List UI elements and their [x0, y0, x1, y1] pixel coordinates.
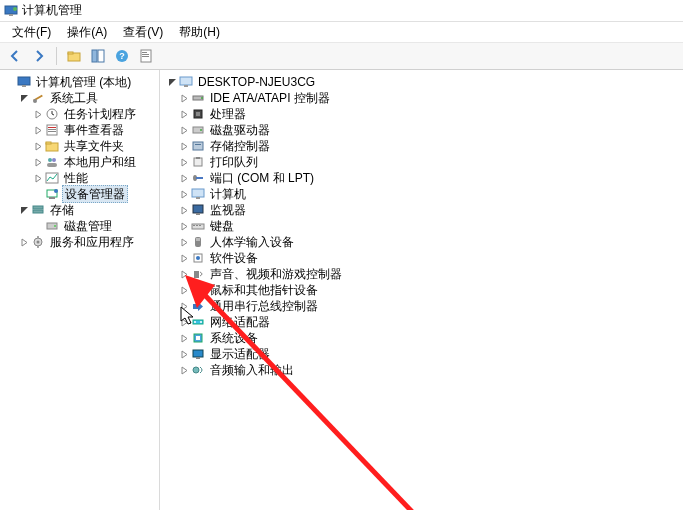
- expander-closed-icon[interactable]: [178, 172, 190, 184]
- forward-button[interactable]: [28, 45, 50, 67]
- performance-label: 性能: [62, 170, 90, 186]
- performance-node[interactable]: 性能: [30, 170, 157, 186]
- local-users-label: 本地用户和组: [62, 154, 138, 170]
- svg-rect-32: [33, 210, 43, 213]
- device-category-node[interactable]: 打印队列: [176, 154, 681, 170]
- tools-icon: [30, 90, 46, 106]
- svg-point-30: [54, 189, 58, 193]
- storage-node[interactable]: 存储 磁盘管理: [16, 202, 157, 234]
- expander-closed-icon[interactable]: [32, 140, 44, 152]
- device-category-icon: [190, 298, 206, 314]
- services-apps-node[interactable]: 服务和应用程序: [16, 234, 157, 250]
- title-bar: 计算机管理: [0, 0, 683, 22]
- device-category-icon: [190, 314, 206, 330]
- svg-rect-50: [196, 157, 200, 159]
- expander-closed-icon[interactable]: [178, 284, 190, 296]
- menu-action[interactable]: 操作(A): [59, 22, 115, 43]
- svg-rect-75: [196, 357, 200, 359]
- back-button[interactable]: [4, 45, 26, 67]
- device-category-icon: [190, 346, 206, 362]
- expander-closed-icon[interactable]: [178, 92, 190, 104]
- svg-point-71: [200, 321, 202, 323]
- expander-open-icon[interactable]: [166, 76, 178, 88]
- event-viewer-node[interactable]: 事件查看器: [30, 122, 157, 138]
- expander-closed-icon[interactable]: [178, 140, 190, 152]
- device-category-node[interactable]: 计算机: [176, 186, 681, 202]
- device-category-node[interactable]: 监视器: [176, 202, 681, 218]
- svg-rect-20: [48, 129, 56, 130]
- properties-button[interactable]: [135, 45, 157, 67]
- device-category-node[interactable]: 系统设备: [176, 330, 681, 346]
- device-category-node[interactable]: 键盘: [176, 218, 681, 234]
- expander-closed-icon[interactable]: [178, 204, 190, 216]
- device-category-node[interactable]: 磁盘驱动器: [176, 122, 681, 138]
- expander-closed-icon[interactable]: [18, 236, 30, 248]
- local-users-node[interactable]: 本地用户和组: [30, 154, 157, 170]
- disk-mgmt-node[interactable]: 磁盘管理: [30, 218, 157, 234]
- expander-closed-icon[interactable]: [178, 364, 190, 376]
- shared-folders-node[interactable]: 共享文件夹: [30, 138, 157, 154]
- expander-closed-icon[interactable]: [178, 124, 190, 136]
- expander-none: [32, 220, 44, 232]
- device-category-icon: [190, 154, 206, 170]
- show-tree-button[interactable]: [87, 45, 109, 67]
- system-tools-node[interactable]: 系统工具 任务计划程序: [16, 90, 157, 202]
- device-category-label: 软件设备: [208, 250, 260, 266]
- device-category-node[interactable]: 端口 (COM 和 LPT): [176, 170, 681, 186]
- expander-icon[interactable]: [4, 76, 16, 88]
- expander-closed-icon[interactable]: [178, 332, 190, 344]
- expander-closed-icon[interactable]: [32, 172, 44, 184]
- device-category-label: 处理器: [208, 106, 248, 122]
- device-category-icon: [190, 90, 206, 106]
- expander-closed-icon[interactable]: [178, 108, 190, 120]
- device-category-icon: [190, 362, 206, 378]
- expander-closed-icon[interactable]: [178, 268, 190, 280]
- svg-point-2: [13, 7, 17, 11]
- expander-closed-icon[interactable]: [178, 300, 190, 312]
- device-category-icon: [190, 106, 206, 122]
- expander-closed-icon[interactable]: [178, 220, 190, 232]
- expander-closed-icon[interactable]: [178, 236, 190, 248]
- device-category-label: 声音、视频和游戏控制器: [208, 266, 344, 282]
- expander-closed-icon[interactable]: [178, 156, 190, 168]
- device-category-icon: [190, 138, 206, 154]
- device-category-node[interactable]: 软件设备: [176, 250, 681, 266]
- task-scheduler-node[interactable]: 任务计划程序: [30, 106, 157, 122]
- menu-file[interactable]: 文件(F): [4, 22, 59, 43]
- expander-closed-icon[interactable]: [178, 316, 190, 328]
- svg-rect-26: [47, 163, 57, 167]
- device-manager-node[interactable]: 设备管理器: [30, 186, 157, 202]
- help-button[interactable]: ?: [111, 45, 133, 67]
- expander-open-icon[interactable]: [18, 204, 30, 216]
- storage-icon: [30, 202, 46, 218]
- disk-icon: [44, 218, 60, 234]
- device-category-node[interactable]: 人体学输入设备: [176, 234, 681, 250]
- left-tree-pane: 计算机管理 (本地) 系统工具: [0, 70, 160, 510]
- device-category-node[interactable]: 音频输入和输出: [176, 362, 681, 378]
- menu-help[interactable]: 帮助(H): [171, 22, 228, 43]
- expander-closed-icon[interactable]: [178, 348, 190, 360]
- device-category-node[interactable]: 网络适配器: [176, 314, 681, 330]
- device-category-node[interactable]: 声音、视频和游戏控制器: [176, 266, 681, 282]
- expander-closed-icon[interactable]: [178, 188, 190, 200]
- expander-closed-icon[interactable]: [178, 252, 190, 264]
- device-category-label: IDE ATA/ATAPI 控制器: [208, 90, 332, 106]
- expander-closed-icon[interactable]: [32, 156, 44, 168]
- device-category-node[interactable]: 存储控制器: [176, 138, 681, 154]
- computer-root-node[interactable]: DESKTOP-NJEU3CG IDE ATA/ATAPI 控制器处理器磁盘驱动…: [162, 74, 681, 378]
- up-folder-button[interactable]: [63, 45, 85, 67]
- expander-none: [32, 188, 44, 200]
- device-category-node[interactable]: 鼠标和其他指针设备: [176, 282, 681, 298]
- expander-open-icon[interactable]: [18, 92, 30, 104]
- device-category-node[interactable]: 处理器: [176, 106, 681, 122]
- device-category-label: 系统设备: [208, 330, 260, 346]
- device-category-node[interactable]: 通用串行总线控制器: [176, 298, 681, 314]
- svg-rect-74: [193, 350, 203, 357]
- menu-view[interactable]: 查看(V): [115, 22, 171, 43]
- expander-closed-icon[interactable]: [32, 108, 44, 120]
- expander-closed-icon[interactable]: [32, 124, 44, 136]
- device-category-node[interactable]: IDE ATA/ATAPI 控制器: [176, 90, 681, 106]
- device-category-node[interactable]: 显示适配器: [176, 346, 681, 362]
- svg-rect-40: [184, 85, 188, 87]
- left-root-node[interactable]: 计算机管理 (本地) 系统工具: [2, 74, 157, 250]
